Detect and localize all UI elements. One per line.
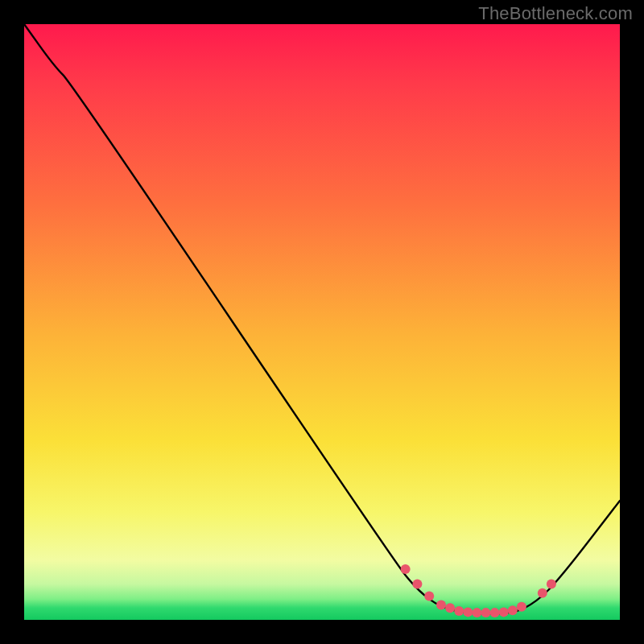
curve-marker bbox=[436, 601, 446, 610]
curve-marker bbox=[445, 603, 455, 613]
curve-marker bbox=[424, 591, 434, 601]
plot-area bbox=[24, 24, 620, 620]
watermark-text: TheBottleneck.com bbox=[478, 3, 633, 24]
curve-marker bbox=[499, 607, 509, 617]
curve-marker bbox=[517, 602, 526, 612]
curve-marker bbox=[454, 606, 464, 616]
curve-marker bbox=[538, 588, 547, 598]
bottleneck-curve bbox=[24, 24, 620, 614]
curve-marker bbox=[463, 607, 473, 617]
curve-svg bbox=[24, 24, 620, 620]
curve-marker bbox=[508, 605, 518, 615]
curve-marker bbox=[547, 580, 556, 589]
curve-marker bbox=[490, 608, 500, 617]
curve-marker bbox=[412, 580, 422, 589]
curve-marker bbox=[481, 608, 491, 617]
curve-marker bbox=[401, 564, 411, 574]
chart-frame: TheBottleneck.com bbox=[0, 0, 644, 644]
curve-marker bbox=[472, 608, 481, 617]
marker-group bbox=[401, 564, 556, 617]
